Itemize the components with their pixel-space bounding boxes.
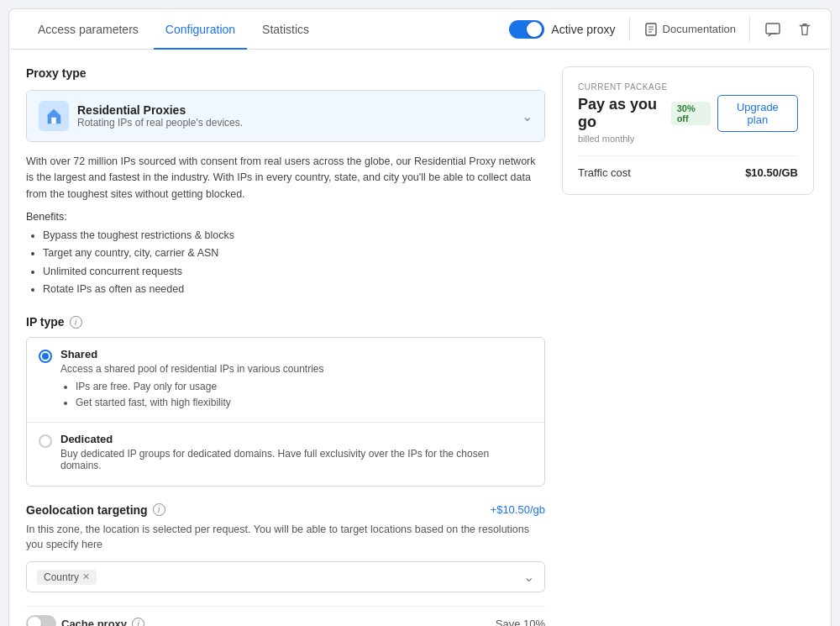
header-right: Active proxy Documentation xyxy=(509,18,814,41)
left-panel: Proxy type Residential Proxies Rotating … xyxy=(26,66,545,626)
tab-access[interactable]: Access parameters xyxy=(26,11,150,50)
ip-option-shared[interactable]: Shared Access a shared pool of residenti… xyxy=(27,338,544,422)
active-proxy-toggle[interactable] xyxy=(509,20,544,39)
proxy-type-info: Residential Proxies Rotating IPs of real… xyxy=(77,103,243,129)
geo-select-dropdown[interactable]: Country ✕ ⌄ xyxy=(26,561,545,592)
geo-chevron-icon: ⌄ xyxy=(523,569,534,585)
content-area: Proxy type Residential Proxies Rotating … xyxy=(9,50,831,626)
svg-rect-4 xyxy=(766,24,780,34)
shared-bullet-1: IPs are free. Pay only for usage xyxy=(76,379,324,395)
proxy-type-name: Residential Proxies xyxy=(77,103,243,117)
benefits-title: Benefits: xyxy=(26,211,545,223)
geo-description: In this zone, the location is selected p… xyxy=(26,522,545,554)
ip-option-shared-content: Shared Access a shared pool of residenti… xyxy=(60,348,324,411)
geo-tag: Country ✕ xyxy=(37,570,97,585)
cache-section: Cache proxy i Save 10% Receive cached re… xyxy=(26,606,545,626)
cache-label: Cache proxy xyxy=(61,618,127,627)
ip-option-shared-bullets: IPs are free. Pay only for usage Get sta… xyxy=(60,379,324,411)
ip-option-dedicated-content: Dedicated Buy dedicated IP groups for de… xyxy=(60,433,533,476)
ip-option-dedicated-name: Dedicated xyxy=(60,433,533,445)
delete-button[interactable] xyxy=(795,20,814,39)
right-panel: CURRENT PACKAGE Pay as you go 30% off Up… xyxy=(562,66,814,626)
ip-option-card: Shared Access a shared pool of residenti… xyxy=(26,337,545,486)
documentation-link[interactable]: Documentation xyxy=(643,22,736,37)
divider-2 xyxy=(749,18,750,41)
ip-type-section: IP type i Shared Access a shared pool of… xyxy=(26,315,545,486)
package-badge: 30% off xyxy=(671,102,711,125)
geo-info-icon[interactable]: i xyxy=(153,503,165,516)
ip-type-info-icon[interactable]: i xyxy=(70,316,82,329)
tab-bar: Access parameters Configuration Statisti… xyxy=(9,9,831,50)
cache-save-label: Save 10% xyxy=(496,618,545,627)
proxy-description: With over 72 million IPs sourced with co… xyxy=(26,154,545,203)
proxy-type-title: Proxy type xyxy=(26,66,545,80)
benefit-item: Bypass the toughest restrictions & block… xyxy=(43,227,545,245)
active-proxy-group: Active proxy xyxy=(509,20,615,39)
package-divider xyxy=(578,155,798,156)
tab-statistics[interactable]: Statistics xyxy=(250,11,321,50)
proxy-type-header[interactable]: Residential Proxies Rotating IPs of real… xyxy=(27,91,544,141)
house-icon xyxy=(45,107,63,125)
svg-rect-5 xyxy=(51,118,56,124)
ip-option-shared-name: Shared xyxy=(60,348,324,360)
billed-text: billed monthly xyxy=(578,134,798,144)
ip-option-shared-desc: Access a shared pool of residential IPs … xyxy=(60,363,324,375)
package-name-row: Pay as you go 30% off Upgrade plan xyxy=(578,95,798,132)
tab-configuration[interactable]: Configuration xyxy=(154,11,247,50)
geo-select-left: Country ✕ xyxy=(37,570,97,585)
traffic-label: Traffic cost xyxy=(578,166,631,179)
chevron-down-icon: ⌄ xyxy=(522,108,533,124)
package-name: Pay as you go xyxy=(578,96,664,131)
trash-icon xyxy=(797,22,812,37)
ip-option-dedicated[interactable]: Dedicated Buy dedicated IP groups for de… xyxy=(27,423,544,486)
documentation-text: Documentation xyxy=(663,23,736,35)
geo-label-left: Geolocation targeting i xyxy=(26,503,165,517)
ip-option-dedicated-desc: Buy dedicated IP groups for dedicated do… xyxy=(60,448,533,471)
ip-option-shared-header: Shared Access a shared pool of residenti… xyxy=(39,348,533,411)
benefit-item: Rotate IPs as often as needed xyxy=(43,281,545,298)
ip-radio-shared[interactable] xyxy=(39,350,52,363)
traffic-row: Traffic cost $10.50/GB xyxy=(578,166,798,179)
proxy-type-header-left: Residential Proxies Rotating IPs of real… xyxy=(39,101,243,131)
upgrade-plan-button[interactable]: Upgrade plan xyxy=(717,95,798,132)
message-button[interactable] xyxy=(764,20,782,39)
current-package-label: CURRENT PACKAGE xyxy=(578,82,798,92)
package-card: CURRENT PACKAGE Pay as you go 30% off Up… xyxy=(562,66,814,195)
geo-section: Geolocation targeting i +$10.50/gb In th… xyxy=(26,503,545,593)
active-proxy-label: Active proxy xyxy=(551,23,615,36)
geo-tag-remove[interactable]: ✕ xyxy=(82,571,90,582)
toggle-sm-knob xyxy=(28,617,41,626)
message-icon xyxy=(764,21,781,38)
house-icon-wrapper xyxy=(39,101,69,131)
ip-type-label: IP type i xyxy=(26,315,545,329)
shared-bullet-2: Get started fast, with high flexibility xyxy=(76,395,324,411)
benefits-list: Bypass the toughest restrictions & block… xyxy=(26,227,545,298)
cache-proxy-toggle[interactable] xyxy=(26,615,56,626)
proxy-type-subtitle: Rotating IPs of real people's devices. xyxy=(77,117,243,129)
proxy-type-card: Residential Proxies Rotating IPs of real… xyxy=(26,90,545,142)
geo-title: Geolocation targeting xyxy=(26,503,148,517)
cache-info-icon[interactable]: i xyxy=(132,618,144,627)
benefit-item: Unlimited concurrent requests xyxy=(43,263,545,281)
toggle-knob xyxy=(527,22,542,37)
geo-price: +$10.50/gb xyxy=(491,503,545,516)
ip-radio-dedicated[interactable] xyxy=(39,434,52,448)
ip-option-dedicated-header: Dedicated Buy dedicated IP groups for de… xyxy=(39,433,533,476)
geo-tag-text: Country xyxy=(44,571,79,583)
geo-label-row: Geolocation targeting i +$10.50/gb xyxy=(26,503,545,517)
ip-type-text: IP type xyxy=(26,315,65,329)
divider-1 xyxy=(629,18,630,41)
benefit-item: Target any country, city, carrier & ASN xyxy=(43,245,545,262)
traffic-value: $10.50/GB xyxy=(745,166,798,179)
cache-label-group: Cache proxy i xyxy=(26,615,489,626)
doc-icon xyxy=(643,22,659,37)
